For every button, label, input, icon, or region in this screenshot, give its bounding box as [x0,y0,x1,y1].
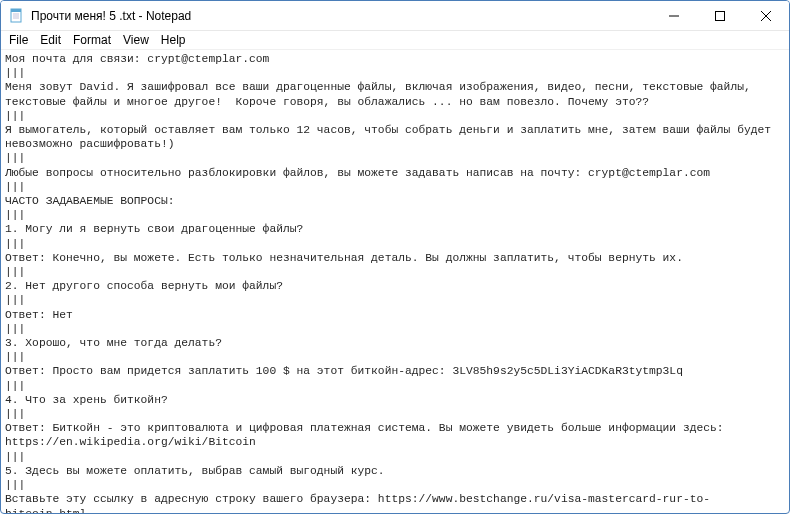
menubar: File Edit Format View Help [1,31,789,50]
text-line: ||| [5,350,785,364]
menu-view[interactable]: View [117,32,155,48]
text-line: 2. Нет другого способа вернуть мои файлы… [5,279,785,293]
svg-rect-1 [11,9,21,12]
text-line: ||| [5,180,785,194]
text-line: Моя почта для связи: crypt@ctemplar.com [5,52,785,66]
text-line: ||| [5,450,785,464]
text-line: ||| [5,265,785,279]
menu-edit[interactable]: Edit [34,32,67,48]
text-line: ||| [5,379,785,393]
close-button[interactable] [743,1,789,30]
text-line: ||| [5,322,785,336]
text-line: 4. Что за хрень биткойн? [5,393,785,407]
text-line: ||| [5,208,785,222]
titlebar: Прочти меня! 5 .txt - Notepad [1,1,789,31]
text-line: ЧАСТО ЗАДАВАЕМЫЕ ВОПРОСЫ: [5,194,785,208]
svg-rect-6 [716,11,725,20]
text-line: Ответ: Конечно, вы можете. Есть только н… [5,251,785,265]
text-line: Ответ: Нет [5,308,785,322]
notepad-icon [9,8,25,24]
text-line: Ответ: Просто вам придется заплатить 100… [5,364,785,378]
text-line: ||| [5,109,785,123]
text-line: ||| [5,407,785,421]
text-line: ||| [5,151,785,165]
menu-help[interactable]: Help [155,32,192,48]
window-title: Прочти меня! 5 .txt - Notepad [31,9,651,23]
text-line: ||| [5,478,785,492]
text-area[interactable]: Моя почта для связи: crypt@ctemplar.com|… [1,50,789,513]
text-line: Любые вопросы относительно разблокировки… [5,166,785,180]
minimize-button[interactable] [651,1,697,30]
menu-file[interactable]: File [3,32,34,48]
text-line: Меня зовут David. Я зашифровал все ваши … [5,80,785,108]
text-line: Ответ: Биткойн - это криптовалюта и цифр… [5,421,785,449]
text-line: 1. Могу ли я вернуть свои драгоценные фа… [5,222,785,236]
text-line: 3. Хорошо, что мне тогда делать? [5,336,785,350]
maximize-button[interactable] [697,1,743,30]
text-line: ||| [5,66,785,80]
menu-format[interactable]: Format [67,32,117,48]
text-line: 5. Здесь вы можете оплатить, выбрав самы… [5,464,785,478]
window-controls [651,1,789,30]
text-line: Вставьте эту ссылку в адресную строку ва… [5,492,785,513]
text-line: ||| [5,237,785,251]
text-line: ||| [5,293,785,307]
text-line: Я вымогатель, который оставляет вам толь… [5,123,785,151]
